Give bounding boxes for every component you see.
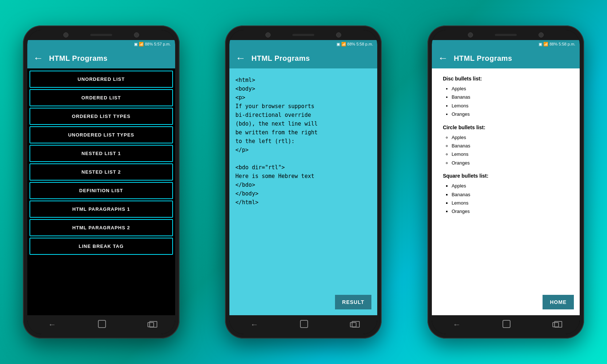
nav-back-3[interactable]: ← (453, 320, 461, 329)
signal-icon-3: 📶 (543, 42, 548, 47)
disc-list: Apples Bananas Lemons Oranges (443, 84, 569, 119)
signal-icon-2: 📶 (341, 42, 346, 47)
square-list: Apples Bananas Lemons Oranges (443, 182, 569, 216)
menu-item-unordered-list-types[interactable]: UNORDERED LIST TYPES (29, 126, 173, 143)
code-content: <html> <body> <p> If your browser suppor… (235, 76, 371, 207)
menu-item-html-paragraphs-2[interactable]: HTML PARAGRAPHS 2 (29, 219, 173, 236)
circle-list: Apples Bananas Lemons Oranges (443, 133, 569, 167)
bottom-nav-1: ← (27, 315, 175, 334)
nav-recents-2[interactable] (350, 321, 356, 329)
battery-icon-3: ▣ (539, 42, 542, 47)
signal-icon-1: 📶 (139, 42, 144, 47)
speaker-3 (495, 34, 517, 36)
battery-icon-1: ▣ (134, 42, 138, 47)
app-header-3: ← HTML Programs (432, 48, 580, 68)
phone-1: ▣ 📶 88% 5:57 p.m. ← HTML Programs UNORDE… (23, 25, 180, 339)
bottom-nav-3: ← (432, 315, 580, 334)
screen-content-2: <html> <body> <p> If your browser suppor… (229, 68, 377, 315)
status-bar-2: ▣ 📶 88% 5:58 p.m. (229, 40, 377, 48)
time-1: 5:57 p.m. (154, 42, 171, 46)
menu-item-html-paragraphs-1[interactable]: HTML PARAGRAPHS 1 (29, 201, 173, 218)
battery-percent-2: 88% (347, 42, 355, 46)
nav-back-2[interactable]: ← (251, 320, 259, 329)
nav-back-1[interactable]: ← (48, 320, 56, 329)
phone-2: ▣ 📶 88% 5:58 p.m. ← HTML Programs <html>… (225, 25, 382, 339)
result-button[interactable]: RESULT (335, 295, 372, 309)
phone-3: ▣ 📶 88% 5:58 p.m. ← HTML Programs Disc b… (427, 25, 584, 339)
app-title-2: HTML Programs (251, 54, 310, 63)
camera-area-3 (432, 30, 580, 40)
back-button-2[interactable]: ← (235, 53, 245, 63)
sensor-dot-1 (134, 32, 139, 37)
back-button-1[interactable]: ← (33, 53, 43, 63)
list-item: Bananas (452, 142, 569, 150)
menu-item-nested-list-2[interactable]: NESTED LIST 2 (29, 163, 173, 181)
menu-item-nested-list-1[interactable]: NESTED LIST 1 (29, 145, 173, 162)
time-3: 5:58 p.m. (559, 42, 575, 46)
status-bar-3: ▣ 📶 88% 5:58 p.m. (432, 40, 580, 48)
speaker-2 (292, 34, 314, 36)
list-item: Lemons (452, 199, 569, 207)
speaker-1 (90, 34, 112, 36)
menu-item-definition-list[interactable]: DEFINITION LIST (29, 182, 173, 199)
screen-content-1: UNORDERED LIST ORDERED LIST ORDERED LIST… (27, 68, 175, 315)
back-button-3[interactable]: ← (438, 53, 448, 63)
list-item: Apples (452, 133, 569, 142)
list-item: Lemons (452, 102, 569, 110)
battery-icon-2: ▣ (336, 42, 340, 47)
list-item: Bananas (452, 190, 569, 199)
result-display: Disc bullets list: Apples Bananas Lemons… (432, 68, 580, 315)
menu-item-ordered-list-types[interactable]: ORDERED LIST TYPES (29, 108, 173, 125)
nav-home-3[interactable] (502, 320, 511, 330)
status-icons-1: ▣ 📶 88% 5:57 p.m. (134, 42, 171, 47)
list-item: Oranges (452, 159, 569, 167)
time-2: 5:58 p.m. (356, 42, 373, 46)
status-icons-3: ▣ 📶 88% 5:58 p.m. (539, 42, 575, 47)
camera-dot-3 (468, 32, 473, 37)
list-item: Bananas (452, 93, 569, 101)
square-title: Square bullets list: (443, 173, 569, 179)
menu-list: UNORDERED LIST ORDERED LIST ORDERED LIST… (27, 68, 175, 315)
app-header-1: ← HTML Programs (27, 48, 175, 68)
app-title-3: HTML Programs (454, 54, 512, 63)
app-header-2: ← HTML Programs (229, 48, 377, 68)
list-item: Lemons (452, 150, 569, 158)
status-bar-1: ▣ 📶 88% 5:57 p.m. (27, 40, 175, 48)
menu-item-ordered-list[interactable]: ORDERED LIST (29, 89, 173, 106)
list-item: Apples (452, 182, 569, 190)
list-item: Oranges (452, 110, 569, 118)
camera-dot-2 (265, 32, 271, 37)
camera-area-1 (27, 30, 175, 40)
disc-title: Disc bullets list: (443, 76, 569, 82)
disc-section: Disc bullets list: Apples Bananas Lemons… (443, 76, 569, 119)
code-display: <html> <body> <p> If your browser suppor… (229, 68, 377, 315)
nav-recents-3[interactable] (552, 321, 559, 329)
circle-title: Circle bullets list: (443, 124, 569, 130)
square-section: Square bullets list: Apples Bananas Lemo… (443, 173, 569, 216)
sensor-dot-3 (539, 32, 544, 37)
status-icons-2: ▣ 📶 88% 5:58 p.m. (336, 42, 373, 47)
screen-content-3: Disc bullets list: Apples Bananas Lemons… (432, 68, 580, 315)
nav-recents-1[interactable] (147, 321, 154, 329)
app-title-1: HTML Programs (49, 54, 108, 63)
home-button[interactable]: HOME (543, 295, 574, 309)
menu-item-unordered-list[interactable]: UNORDERED LIST (29, 71, 173, 88)
battery-percent-3: 88% (549, 42, 557, 46)
camera-area-2 (229, 30, 377, 40)
list-item: Apples (452, 84, 569, 93)
circle-section: Circle bullets list: Apples Bananas Lemo… (443, 124, 569, 167)
sensor-dot-2 (336, 32, 341, 37)
nav-home-2[interactable] (300, 320, 308, 330)
camera-dot-1 (63, 32, 68, 37)
list-item: Oranges (452, 207, 569, 215)
bottom-nav-2: ← (229, 315, 377, 334)
menu-item-line-break-tag[interactable]: LINE BREAK TAG (29, 238, 173, 255)
battery-percent-1: 88% (145, 42, 153, 46)
nav-home-1[interactable] (98, 320, 106, 330)
